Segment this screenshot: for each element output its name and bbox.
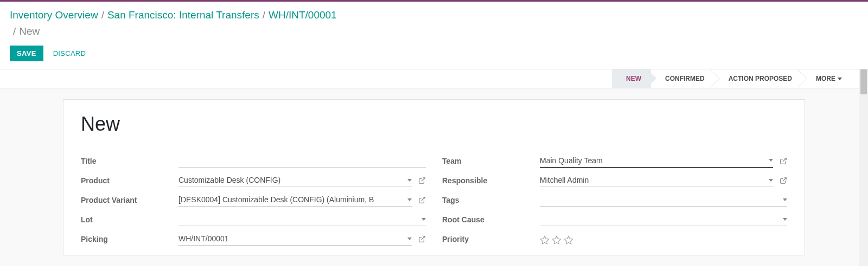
form-col-left: Title Product Product Va	[81, 152, 426, 249]
field-lot[interactable]	[178, 213, 426, 226]
breadcrumb: Inventory Overview / San Francisco: Inte…	[10, 7, 858, 40]
svg-line-0	[422, 178, 425, 181]
row-lot: Lot	[81, 210, 426, 229]
svg-marker-6	[553, 236, 561, 243]
discard-button[interactable]: DISCARD	[53, 49, 86, 57]
external-link-icon[interactable]	[780, 177, 787, 184]
label-team: Team	[442, 157, 540, 165]
label-responsible: Responsible	[442, 176, 540, 185]
breadcrumb-link-transfers[interactable]: San Francisco: Internal Transfers	[107, 7, 259, 23]
field-title[interactable]	[178, 154, 426, 168]
label-lot: Lot	[81, 215, 178, 224]
field-root-cause[interactable]	[540, 213, 787, 226]
page-title: New	[81, 113, 787, 136]
breadcrumb-link-whint[interactable]: WH/INT/00001	[269, 7, 337, 23]
field-picking[interactable]	[178, 232, 412, 246]
input-picking[interactable]	[178, 234, 404, 243]
row-product: Product	[81, 171, 426, 190]
status-more[interactable]: MORE	[802, 69, 852, 88]
external-link-icon[interactable]	[418, 177, 426, 184]
external-link-icon[interactable]	[418, 235, 426, 243]
form-grid: Title Product Product Va	[81, 152, 787, 249]
star-icon[interactable]	[540, 235, 550, 245]
row-responsible: Responsible	[442, 171, 787, 190]
field-product[interactable]	[178, 174, 412, 187]
input-variant[interactable]	[178, 195, 404, 204]
chevron-down-icon[interactable]	[783, 218, 787, 221]
label-picking: Picking	[81, 235, 178, 243]
breadcrumb-link-inventory[interactable]: Inventory Overview	[10, 7, 98, 23]
row-tags: Tags	[442, 191, 787, 209]
status-new[interactable]: NEW	[612, 69, 651, 88]
breadcrumb-sep: /	[101, 7, 104, 23]
label-priority: Priority	[442, 235, 540, 243]
status-action-proposed[interactable]: ACTION PROPOSED	[714, 69, 802, 88]
save-button[interactable]: SAVE	[10, 46, 43, 61]
label-root-cause: Root Cause	[442, 215, 540, 224]
input-team[interactable]	[540, 156, 765, 165]
row-priority: Priority	[442, 230, 787, 248]
label-variant: Product Variant	[81, 196, 178, 204]
breadcrumb-sep: /	[263, 7, 265, 23]
chevron-down-icon[interactable]	[422, 218, 426, 221]
svg-line-2	[422, 236, 425, 240]
status-more-label: MORE	[816, 75, 835, 82]
priority-stars	[540, 233, 573, 245]
scrollbar[interactable]	[859, 69, 868, 266]
svg-line-3	[783, 158, 786, 162]
actions-row: SAVE DISCARD	[0, 40, 868, 69]
form-col-right: Team Responsible	[442, 152, 787, 249]
input-root-cause[interactable]	[540, 215, 780, 223]
label-title: Title	[81, 157, 178, 165]
field-tags[interactable]	[540, 193, 787, 207]
breadcrumb-sep: /	[13, 23, 16, 40]
svg-line-1	[422, 197, 425, 201]
input-responsible[interactable]	[540, 176, 765, 184]
header: Inventory Overview / San Francisco: Inte…	[0, 2, 868, 40]
row-picking: Picking	[81, 230, 426, 248]
field-variant[interactable]	[178, 193, 412, 207]
chevron-down-icon[interactable]	[407, 179, 412, 182]
row-variant: Product Variant	[81, 191, 426, 209]
input-lot[interactable]	[178, 215, 418, 223]
label-tags: Tags	[442, 196, 540, 204]
field-team[interactable]	[540, 154, 773, 168]
star-icon[interactable]	[552, 235, 561, 245]
chevron-down-icon[interactable]	[407, 238, 412, 240]
chevron-down-icon[interactable]	[783, 198, 787, 201]
chevron-down-icon	[838, 78, 842, 80]
statusbar: NEW CONFIRMED ACTION PROPOSED MORE	[0, 69, 868, 88]
row-root-cause: Root Cause	[442, 210, 787, 229]
chevron-down-icon[interactable]	[769, 179, 773, 182]
svg-line-4	[783, 178, 786, 181]
input-title[interactable]	[178, 156, 426, 165]
svg-marker-5	[541, 236, 549, 243]
star-icon[interactable]	[564, 235, 573, 245]
external-link-icon[interactable]	[780, 157, 787, 165]
row-team: Team	[442, 152, 787, 170]
label-product: Product	[81, 176, 178, 185]
breadcrumb-current: New	[19, 23, 40, 40]
svg-marker-7	[565, 236, 573, 243]
field-responsible[interactable]	[540, 174, 773, 187]
form-sheet: New Title Product	[63, 99, 805, 255]
input-tags[interactable]	[540, 195, 780, 204]
status-confirmed[interactable]: CONFIRMED	[651, 69, 714, 88]
external-link-icon[interactable]	[418, 196, 426, 204]
chevron-down-icon[interactable]	[769, 159, 773, 162]
scrollbar-thumb[interactable]	[860, 69, 867, 94]
row-title: Title	[81, 152, 426, 170]
input-product[interactable]	[178, 176, 404, 184]
chevron-down-icon[interactable]	[407, 198, 412, 201]
content-area: New Title Product	[0, 88, 868, 266]
